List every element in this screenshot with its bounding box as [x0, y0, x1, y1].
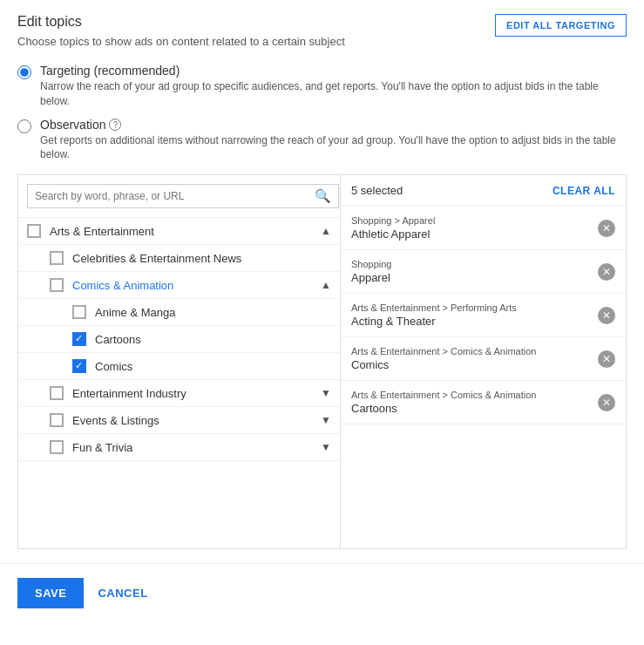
topic-checkbox-comics-anim[interactable] [50, 278, 64, 292]
selected-item-comics: Arts & Entertainment > Comics & Animatio… [341, 337, 626, 381]
cancel-button[interactable]: CANCEL [98, 587, 147, 600]
selected-item-cartoons: Arts & Entertainment > Comics & Animatio… [341, 381, 626, 424]
selected-right-panel: 5 selected CLEAR ALL Shopping > Apparel … [341, 175, 626, 548]
topic-checkbox-events[interactable] [50, 413, 64, 427]
topic-item-cartoons[interactable]: Cartoons [18, 326, 340, 353]
topic-label-fun-trivia: Fun & Trivia [72, 441, 321, 454]
selected-item-parent-5: Arts & Entertainment > Comics & Animatio… [351, 390, 598, 400]
remove-cartoons-button[interactable]: ✕ [598, 394, 615, 411]
remove-apparel-button[interactable]: ✕ [598, 263, 615, 281]
selected-item-name-1: Athletic Apparel [351, 227, 598, 241]
footer: SAVE CANCEL [0, 563, 644, 622]
selected-item-name-3: Acting & Theater [351, 315, 598, 328]
targeting-desc: Narrow the reach of your ad group to spe… [40, 79, 627, 109]
expand-icon-comics-anim[interactable]: ▲ [321, 279, 331, 291]
topic-item-comics[interactable]: Comics [18, 353, 340, 380]
selected-item-acting-theater: Arts & Entertainment > Performing Arts A… [341, 294, 626, 337]
selected-item-name-5: Cartoons [351, 402, 598, 415]
selected-item-name-4: Comics [351, 358, 598, 371]
topic-checkbox-fun-trivia[interactable] [50, 440, 64, 454]
search-icon: 🔍 [315, 188, 331, 204]
topic-checkbox-anime[interactable] [72, 305, 86, 319]
topic-checkbox-entertainment-industry[interactable] [50, 386, 64, 400]
page-subtitle: Choose topics to show ads on content rel… [17, 35, 627, 48]
selected-item-name-2: Apparel [351, 271, 598, 284]
selected-list: Shopping > Apparel Athletic Apparel ✕ Sh… [341, 207, 626, 548]
topic-checkbox-arts[interactable] [27, 224, 41, 238]
observation-radio[interactable] [17, 119, 31, 133]
topic-checkbox-cartoons[interactable] [72, 332, 86, 346]
topic-item-comics-anim[interactable]: Comics & Animation ▲ [18, 272, 340, 299]
selected-item-apparel: Shopping Apparel ✕ [341, 250, 626, 294]
topic-label-events: Events & Listings [72, 414, 321, 427]
selected-item-athletic-apparel: Shopping > Apparel Athletic Apparel ✕ [341, 207, 626, 250]
search-input[interactable] [27, 184, 339, 208]
remove-comics-button[interactable]: ✕ [598, 350, 615, 368]
observation-desc: Get reports on additional items without … [40, 133, 627, 163]
expand-icon-entertainment-industry[interactable]: ▼ [321, 387, 331, 399]
expand-icon-events[interactable]: ▼ [321, 414, 331, 426]
selected-item-parent-2: Shopping [351, 259, 598, 269]
topic-checkbox-comics[interactable] [72, 359, 86, 373]
topic-item-arts[interactable]: Arts & Entertainment ▲ [18, 218, 340, 245]
save-button[interactable]: SAVE [17, 578, 84, 608]
topic-item-events[interactable]: Events & Listings ▼ [18, 407, 340, 434]
topic-label-anime: Anime & Manga [95, 306, 331, 319]
targeting-radio[interactable] [17, 65, 31, 79]
topic-label-comics: Comics [95, 360, 331, 373]
edit-all-targeting-button[interactable]: EDIT ALL TARGETING [495, 14, 627, 37]
topic-label-arts: Arts & Entertainment [50, 225, 321, 238]
topic-label-entertainment-industry: Entertainment Industry [72, 387, 321, 400]
remove-acting-theater-button[interactable]: ✕ [598, 307, 615, 324]
topic-item-celebrities[interactable]: Celebrities & Entertainment News [18, 245, 340, 272]
topic-item-entertainment-industry[interactable]: Entertainment Industry ▼ [18, 380, 340, 407]
remove-athletic-apparel-button[interactable]: ✕ [598, 220, 615, 237]
observation-help-icon[interactable]: ? [109, 119, 121, 131]
topic-label-cartoons: Cartoons [95, 333, 331, 346]
expand-icon-arts[interactable]: ▲ [321, 225, 331, 237]
selected-item-parent-4: Arts & Entertainment > Comics & Animatio… [351, 346, 598, 356]
selected-item-parent-1: Shopping > Apparel [351, 215, 598, 226]
topic-item-anime[interactable]: Anime & Manga [18, 299, 340, 326]
topic-label-celebrities: Celebrities & Entertainment News [72, 252, 331, 265]
observation-label: Observation [40, 118, 105, 132]
targeting-label: Targeting (recommended) [40, 64, 627, 78]
clear-all-button[interactable]: CLEAR ALL [552, 185, 615, 197]
expand-icon-fun-trivia[interactable]: ▼ [321, 441, 331, 453]
topic-checkbox-celebrities[interactable] [50, 251, 64, 265]
selected-count: 5 selected [351, 184, 403, 197]
topic-item-fun-trivia[interactable]: Fun & Trivia ▼ [18, 434, 340, 461]
topic-label-comics-anim: Comics & Animation [72, 279, 321, 292]
topics-list: Arts & Entertainment ▲ Celebrities & Ent… [18, 218, 340, 548]
topics-left-panel: 🔍 Arts & Entertainment ▲ Celebrities & E… [18, 175, 341, 548]
selected-item-parent-3: Arts & Entertainment > Performing Arts [351, 302, 598, 313]
